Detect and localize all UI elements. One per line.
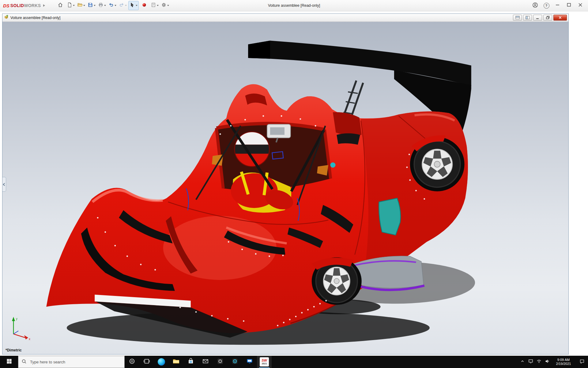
expand-menu-icon[interactable] xyxy=(43,4,45,7)
red-sphere-icon xyxy=(141,2,147,9)
maximize-button[interactable] xyxy=(566,2,572,9)
open-button[interactable] xyxy=(76,1,86,10)
save-icon xyxy=(88,2,93,9)
monitor-tray-button[interactable] xyxy=(526,356,535,368)
home-icon xyxy=(58,2,63,9)
save-button[interactable] xyxy=(87,1,96,10)
select-cursor-icon xyxy=(130,2,135,9)
dropdown-caret-icon[interactable] xyxy=(136,5,138,6)
dropdown-caret-icon[interactable] xyxy=(115,5,116,6)
redo-button[interactable] xyxy=(118,1,128,10)
hidden-icons-button[interactable] xyxy=(518,356,526,368)
file-explorer-icon xyxy=(172,358,180,366)
media-button[interactable] xyxy=(228,356,242,368)
mouse-gesture-button[interactable] xyxy=(139,1,149,10)
network-tray-button[interactable] xyxy=(535,356,543,368)
app-titlebar: DS SOLIDWORKS xyxy=(0,0,588,11)
dropdown-caret-icon[interactable] xyxy=(83,5,85,6)
search-icon xyxy=(21,359,27,365)
front-right-wheel xyxy=(312,257,362,305)
app-window-controls: ? xyxy=(532,2,584,9)
split-horizontal-icon xyxy=(515,15,520,21)
doc-restore-icon xyxy=(546,15,550,21)
solidworks-taskbar-button[interactable]: SW 2021 xyxy=(257,356,272,368)
minimize-icon xyxy=(555,2,560,9)
document-title: Voiture assemblee [Read-only] xyxy=(10,16,60,20)
dropdown-caret-icon[interactable] xyxy=(104,5,106,6)
doc-minimize-button[interactable] xyxy=(533,15,542,21)
new-document-button[interactable] xyxy=(66,1,76,10)
document-properties-button[interactable] xyxy=(150,1,160,10)
document-window: Voiture assemblee [Read-only] xyxy=(2,13,569,355)
brand-solid: SOLID xyxy=(10,3,24,8)
help-icon: ? xyxy=(544,3,549,9)
edge-button[interactable] xyxy=(154,356,169,368)
store-icon xyxy=(187,358,194,366)
orientation-triad: y x xyxy=(7,314,34,343)
doc-close-button[interactable] xyxy=(553,15,567,21)
options-button[interactable] xyxy=(160,1,170,10)
ds-logo-icon: DS xyxy=(3,3,9,8)
store-button[interactable] xyxy=(183,356,198,368)
select-button[interactable] xyxy=(128,1,139,10)
taskbar-search-box[interactable] xyxy=(18,356,125,368)
split-horizontal-button[interactable] xyxy=(513,15,522,21)
task-view-button[interactable] xyxy=(139,356,154,368)
dropdown-caret-icon[interactable] xyxy=(125,5,127,6)
minimize-button[interactable] xyxy=(554,2,561,9)
taskbar-clock[interactable]: 9:09 AM 2/19/2021 xyxy=(551,358,576,366)
start-icon xyxy=(6,358,12,366)
teal-window xyxy=(379,198,401,235)
redo-icon xyxy=(119,2,124,9)
solidworks-icon: SW 2021 xyxy=(260,357,269,366)
file-explorer-button[interactable] xyxy=(169,356,183,368)
clock-date: 2/19/2021 xyxy=(552,362,575,366)
document-window-controls xyxy=(513,15,567,21)
doc-minimize-icon xyxy=(536,15,540,21)
split-vertical-button[interactable] xyxy=(523,15,532,21)
race-car-model xyxy=(2,22,568,354)
graphics-viewport[interactable]: y x *Dimetric xyxy=(2,22,568,354)
app-window-title: Voiture assemblee [Read-only] xyxy=(268,3,320,8)
undo-icon xyxy=(108,2,114,9)
close-button[interactable] xyxy=(577,2,584,9)
maximize-icon xyxy=(566,2,572,9)
volume-icon xyxy=(545,359,550,365)
network-icon xyxy=(537,359,541,365)
brand-works: WORKS xyxy=(24,3,41,8)
action-center-button[interactable] xyxy=(576,356,588,368)
cortana-icon xyxy=(129,358,135,366)
dropdown-caret-icon[interactable] xyxy=(157,5,159,6)
camera-icon xyxy=(217,358,224,366)
view-orientation-label: *Dimetric xyxy=(6,348,22,352)
print-button[interactable] xyxy=(97,1,107,10)
display-app-icon xyxy=(246,358,253,366)
cortana-button[interactable] xyxy=(125,356,139,368)
document-properties-icon xyxy=(151,2,156,9)
split-vertical-icon xyxy=(526,15,530,21)
dropdown-caret-icon[interactable] xyxy=(167,5,169,6)
quick-toolbar xyxy=(55,1,170,10)
feature-tree-collapse-tab[interactable] xyxy=(2,177,6,192)
home-button[interactable] xyxy=(55,1,65,10)
camera-button[interactable] xyxy=(213,356,228,368)
dropdown-caret-icon[interactable] xyxy=(73,5,75,6)
monitor-icon xyxy=(528,359,533,365)
task-view-icon xyxy=(143,358,150,366)
volume-tray-button[interactable] xyxy=(543,356,551,368)
undo-button[interactable] xyxy=(107,1,117,10)
account-button[interactable] xyxy=(532,2,538,9)
action-center-icon xyxy=(579,359,585,365)
start-button[interactable] xyxy=(0,356,18,368)
dropdown-caret-icon[interactable] xyxy=(94,5,96,6)
display-app-button[interactable] xyxy=(242,356,257,368)
hidden-icons-caret-icon xyxy=(520,359,525,365)
doc-restore-button[interactable] xyxy=(543,15,552,21)
mail-icon xyxy=(202,358,209,366)
search-input[interactable] xyxy=(29,359,121,365)
open-icon xyxy=(77,2,83,9)
mail-button[interactable] xyxy=(198,356,213,368)
help-button[interactable]: ? xyxy=(543,2,550,9)
document-titlebar[interactable]: Voiture assemblee [Read-only] xyxy=(2,14,568,22)
edge-icon xyxy=(158,358,165,366)
